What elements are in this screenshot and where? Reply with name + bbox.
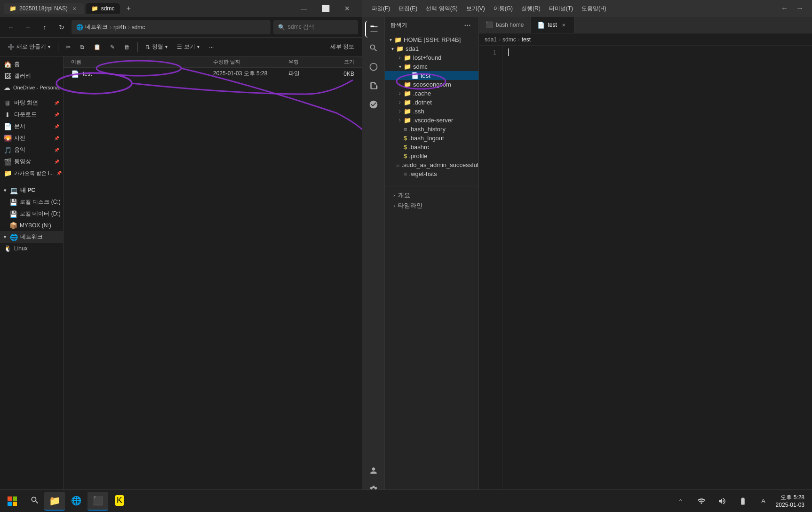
breadcrumb-test[interactable]: test: [522, 36, 531, 43]
taskbar-chevron[interactable]: ^: [672, 493, 689, 510]
menu-run[interactable]: 실행(R): [517, 3, 544, 15]
paste-button[interactable]: 📋: [90, 40, 104, 54]
tree-test-file[interactable]: 📄 test: [385, 71, 478, 80]
editor-tab-test[interactable]: 📄 test ✕: [531, 17, 574, 33]
editor-tab-bash-home[interactable]: ⬛ bash home: [479, 17, 531, 33]
test-tab-close[interactable]: ✕: [560, 21, 567, 29]
minimize-button[interactable]: —: [293, 1, 315, 16]
menu-edit[interactable]: 편집(E): [395, 3, 421, 15]
breadcrumb-sda1[interactable]: sda1: [485, 36, 497, 43]
breadcrumb-sdmc[interactable]: sdmc: [502, 36, 516, 43]
refresh-button[interactable]: ↻: [55, 20, 69, 34]
taskbar-battery[interactable]: [734, 493, 751, 510]
sidebar-more-btn[interactable]: ···: [462, 20, 473, 31]
tree-bashrc[interactable]: $ .bashrc: [385, 143, 478, 152]
activity-source-control[interactable]: [365, 58, 382, 75]
code-editor[interactable]: [502, 46, 812, 502]
editor-content[interactable]: 1: [479, 46, 812, 502]
sidebar-item-cdrive[interactable]: 💾 로컬 디스크 (C:): [0, 196, 63, 208]
col-date-header[interactable]: 수정한 날짜: [213, 58, 288, 65]
close-button[interactable]: ✕: [336, 1, 358, 16]
sidebar-item-mybox[interactable]: 📦 MYBOX (N:): [0, 220, 63, 231]
forward-button[interactable]: →: [21, 20, 35, 34]
new-button[interactable]: ➕ 새로 만들기 ▾: [4, 40, 54, 54]
copy-button[interactable]: ⧉: [76, 40, 88, 54]
tree-dotnet[interactable]: › 📁 .dotnet: [385, 98, 478, 107]
tree-lost-found[interactable]: › 📁 lost+found: [385, 53, 478, 62]
sidebar-item-gallery[interactable]: 🖼 갤러리: [0, 70, 63, 82]
tab-rpi4b-nas[interactable]: 📁 20250118(rpi NAS) ✕: [4, 3, 84, 14]
sidebar-item-downloads[interactable]: ⬇ 다운로드 📌: [0, 109, 63, 120]
tree-wget-hsts[interactable]: ≡ .wget-hsts: [385, 169, 478, 178]
activity-search[interactable]: [365, 40, 382, 56]
vscode-back-btn[interactable]: ←: [778, 2, 791, 15]
search-box[interactable]: 🔍 sdmc 검색: [273, 20, 358, 34]
sidebar-item-ddrive[interactable]: 💾 로컬 데이터 (D:): [0, 208, 63, 220]
activity-explorer[interactable]: [365, 21, 382, 38]
menu-view[interactable]: 보기(V): [462, 3, 489, 15]
tree-bash-history[interactable]: ≡ .bash_history: [385, 125, 478, 134]
menu-terminal[interactable]: 터미널(T): [545, 3, 577, 15]
taskbar-clock[interactable]: 오후 5:28 2025-01-03: [776, 494, 804, 508]
menu-selection[interactable]: 선택 영역(S): [422, 3, 461, 15]
menu-go[interactable]: 이동(G): [490, 3, 517, 15]
sidebar-item-linux[interactable]: 🐧 Linux: [0, 243, 63, 254]
start-button[interactable]: [4, 493, 21, 510]
tab-rpi4b-close[interactable]: ✕: [71, 5, 78, 12]
tree-sdmc[interactable]: ▾ 📁 sdmc: [385, 62, 478, 71]
maximize-button[interactable]: ⬜: [315, 1, 336, 16]
taskbar-keyboard[interactable]: A: [755, 493, 772, 510]
menu-file[interactable]: 파일(F): [368, 3, 394, 15]
tree-vscode-server[interactable]: › 📁 .vscode-server: [385, 116, 478, 125]
sidebar-item-onedrive[interactable]: ☁ OneDrive - Persona...: [0, 82, 63, 93]
tree-sooseongcom[interactable]: › 📁 sooseongcom: [385, 80, 478, 89]
up-button[interactable]: ↑: [38, 20, 52, 34]
col-name-header[interactable]: 이름: [71, 58, 213, 65]
tree-profile[interactable]: $ .profile: [385, 152, 478, 160]
tree-sda1[interactable]: ▾ 📁 sda1: [385, 44, 478, 53]
activity-remote[interactable]: [365, 96, 382, 113]
tree-cache[interactable]: › 📁 .cache: [385, 89, 478, 98]
sort-button[interactable]: ⇅ 정렬 ▾: [142, 40, 171, 54]
new-tab-button[interactable]: +: [122, 2, 135, 15]
menu-help[interactable]: 도움말(H): [578, 3, 610, 15]
taskbar-network[interactable]: [693, 493, 710, 510]
cut-button[interactable]: ✂: [62, 40, 74, 54]
tab-sdmc[interactable]: 📁 sdmc: [86, 3, 120, 14]
taskbar-kakao-app[interactable]: K: [109, 492, 130, 511]
taskbar-vscode-app[interactable]: ⬛: [88, 492, 108, 511]
tree-sudo-admin[interactable]: ≡ .sudo_as_admin_successful: [385, 160, 478, 169]
file-row-test[interactable]: 📄 test 2025-01-03 오후 5:28 파일 0KB: [64, 68, 362, 80]
more-button[interactable]: ···: [205, 40, 217, 54]
activity-account[interactable]: [365, 462, 382, 479]
sidebar-item-videos[interactable]: 🎬 동영상 📌: [0, 156, 63, 168]
taskbar-volume[interactable]: [714, 493, 731, 510]
sidebar-item-photos[interactable]: 🌄 사진 📌: [0, 132, 63, 144]
view-button[interactable]: ☰ 보기 ▾: [173, 40, 203, 54]
details-button[interactable]: 세부 정보: [326, 40, 358, 54]
tree-ssh[interactable]: › 📁 .ssh: [385, 107, 478, 116]
tree-root[interactable]: ▾ 📁 HOME [SSH: RPI4B]: [385, 35, 478, 44]
sidebar-item-mypc[interactable]: ▾ 💻 내 PC: [0, 184, 63, 196]
sidebar-item-desktop[interactable]: 🖥 바탕 화면 📌: [0, 97, 63, 109]
back-button[interactable]: ←: [4, 20, 18, 34]
taskbar-edge-app[interactable]: 🌐: [66, 492, 87, 511]
rename-button[interactable]: ✎: [106, 40, 119, 54]
tree-section-timeline[interactable]: › 타임라인: [389, 200, 475, 211]
taskbar-search[interactable]: [26, 492, 43, 509]
address-breadcrumb[interactable]: 🌐 네트워크 › rpi4b › sdmc: [72, 20, 271, 34]
sidebar-item-home[interactable]: 🏠 홈: [0, 58, 63, 70]
col-size-header[interactable]: 크기: [326, 58, 354, 65]
sidebar-item-music[interactable]: 🎵 음악 📌: [0, 144, 63, 156]
tab-sdmc-folder-icon: 📁: [91, 5, 98, 12]
vscode-forward-btn[interactable]: →: [793, 2, 806, 15]
tree-bash-logout[interactable]: $ .bash_logout: [385, 134, 478, 143]
activity-extensions[interactable]: [365, 77, 382, 94]
sidebar-item-documents[interactable]: 📄 문서 📌: [0, 120, 63, 132]
sidebar-item-network[interactable]: ▾ 🌐 네트워크: [0, 231, 63, 243]
taskbar-explorer-app[interactable]: 📁: [44, 492, 65, 511]
tree-section-개요[interactable]: › 개요: [389, 190, 475, 200]
col-type-header[interactable]: 유형: [288, 58, 326, 65]
delete-button[interactable]: 🗑: [120, 40, 134, 54]
sidebar-item-kakao[interactable]: 📁 카카오톡 받은 I... 📌: [0, 168, 63, 179]
